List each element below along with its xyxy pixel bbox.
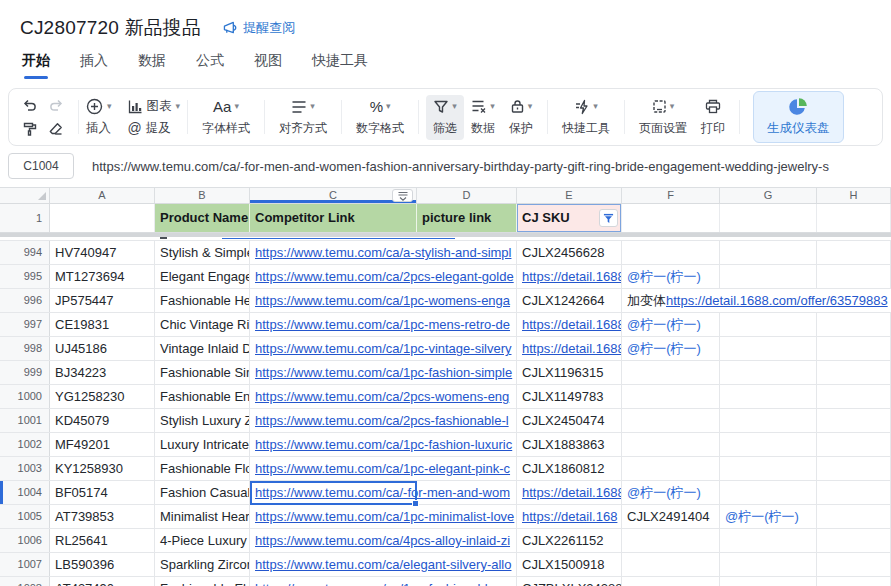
row-number-1003[interactable]: 1003 [0, 457, 50, 480]
cell-empty[interactable] [622, 553, 720, 576]
data-button[interactable]: ▾ 数据 [464, 95, 502, 140]
cell-sku-id[interactable]: KY1258930 [50, 457, 155, 480]
row-number-1004[interactable]: 1004 [0, 481, 50, 504]
cell-cj-sku-header[interactable]: CJ SKU [517, 204, 622, 232]
row-number-997[interactable]: 997 [0, 313, 50, 336]
cell-sku-id[interactable]: BF05174 [50, 481, 155, 504]
cell-competitor-link[interactable]: https://www.temu.com/ca/-for-men-and-wom [250, 481, 517, 504]
cell-competitor-link[interactable]: https://www.temu.com/ca/1pc-minimalist-l… [250, 505, 517, 528]
cell-product-name[interactable]: Fashion Casual [155, 481, 250, 504]
cell-empty[interactable] [720, 337, 817, 360]
insert-object-button[interactable]: ▾ [86, 97, 112, 115]
column-header-D[interactable]: D [417, 188, 517, 203]
cell-cj-sku-link[interactable]: https://detail.1688.com/offer/7960 [522, 269, 622, 284]
cell-product-name[interactable]: Fashionable Sin [155, 361, 250, 384]
row-number-1006[interactable]: 1006 [0, 529, 50, 552]
cell-product-name[interactable]: Fashionable Flo [155, 457, 250, 480]
cell-f1[interactable] [622, 204, 720, 232]
cell-empty[interactable] [720, 361, 817, 384]
cell-empty[interactable] [622, 409, 720, 432]
cell-mention[interactable]: @柠一(柠一) [627, 485, 701, 500]
column-header-F[interactable]: F [622, 188, 720, 203]
cell-sku-id[interactable]: MF49201 [50, 433, 155, 456]
row-number-1007[interactable]: 1007 [0, 553, 50, 576]
menu-tab-插入[interactable]: 插入 [80, 52, 108, 79]
cell-a1[interactable] [50, 204, 155, 232]
cell-product-name[interactable]: Luxury Intricate [155, 433, 250, 456]
column-filter-menu-button[interactable] [392, 189, 413, 202]
cell-empty[interactable] [817, 433, 891, 456]
cell-sku-id[interactable]: UJ45186 [50, 337, 155, 360]
temu-link[interactable]: https://www.temu.com/ca/4pcs-alloy-inlai… [255, 533, 510, 548]
cell-cj-sku[interactable]: CJLX2261152 [517, 529, 622, 552]
cell-cj-sku[interactable]: https://detail.1688.com/offer/6135 [517, 337, 622, 360]
row-number-994[interactable]: 994 [0, 241, 50, 264]
temu-link[interactable]: https://www.temu.com/ca/1pc-fashionable [255, 581, 495, 586]
cell-assignee[interactable]: @柠一(柠一) [720, 505, 817, 528]
cell-h1[interactable] [817, 204, 891, 232]
cell-product-name[interactable]: Minimalist Heart [155, 505, 250, 528]
menu-tab-视图[interactable]: 视图 [254, 52, 282, 79]
temu-link[interactable]: https://www.temu.com/ca/1pc-vintage-silv… [255, 341, 511, 356]
column-header-H[interactable]: H [817, 188, 891, 203]
cell-product-name[interactable]: Fashionable He [155, 289, 250, 312]
temu-link[interactable]: https://www.temu.com/ca/1pc-minimalist-l… [255, 509, 514, 524]
temu-link[interactable]: https://www.temu.com/ca/1pc-fashion-luxu… [255, 437, 512, 452]
cell-empty[interactable] [817, 265, 891, 288]
mention-button[interactable]: @ 提及 [128, 119, 171, 137]
temu-link[interactable]: https://www.temu.com/ca/1pc-womens-enga [255, 293, 510, 308]
number-format-button[interactable]: %▾ 数字格式 [349, 95, 411, 140]
cell-competitor-link[interactable]: https://www.temu.com/ca/1pc-elegant-pink… [250, 457, 517, 480]
cell-product-name[interactable]: Vintage Inlaid D [155, 337, 250, 360]
row-number-998[interactable]: 998 [0, 337, 50, 360]
temu-link[interactable]: https://www.temu.com/ca/1pc-fashion-simp… [255, 365, 512, 380]
cell-sku-id[interactable]: MT1273694 [50, 265, 155, 288]
cell-picture-link-header[interactable]: picture link [417, 204, 517, 232]
cell-empty[interactable] [720, 481, 817, 504]
cell-assignee[interactable]: @柠一(柠一) [622, 265, 720, 288]
cell-competitor-link[interactable]: https://www.temu.com/ca/a-stylish-and-si… [250, 241, 517, 264]
cell-cj-sku-link[interactable]: https://detail.1688.com/offer/9479 [522, 485, 622, 500]
cell-empty[interactable] [622, 241, 720, 264]
cell-name-box[interactable]: C1004 [8, 153, 74, 179]
column-header-A[interactable]: A [50, 188, 155, 203]
cell-cj-sku[interactable]: https://detail.1688.com/offer/9479 [517, 481, 622, 504]
cell-variant-note-link[interactable]: https://detail.1688.com/offer/63579883 [666, 293, 888, 308]
cell-competitor-link-header[interactable]: Competitor Link [250, 204, 417, 232]
cell-sku-id[interactable]: HV740947 [50, 241, 155, 264]
cell-sku-id[interactable]: BJ34223 [50, 361, 155, 384]
cell-cj-sku-link[interactable]: https://detail.1688.com/offer/6135 [522, 341, 622, 356]
cell-empty[interactable] [817, 241, 891, 264]
cell-empty[interactable] [622, 529, 720, 552]
cell-empty[interactable] [817, 361, 891, 384]
row-number-995[interactable]: 995 [0, 265, 50, 288]
cell-empty[interactable] [817, 337, 891, 360]
cell-sku-id[interactable]: KD45079 [50, 409, 155, 432]
temu-link[interactable]: https://www.temu.com/ca/-for-men-and-wom [255, 485, 510, 500]
row-number-1008[interactable]: 1008 [0, 577, 50, 586]
cell-empty[interactable] [720, 553, 817, 576]
row-number-1005[interactable]: 1005 [0, 505, 50, 528]
chart-button[interactable]: 图表 ▾ [128, 97, 181, 115]
alignment-button[interactable]: ▾ 对齐方式 [272, 95, 334, 140]
cell-empty[interactable] [817, 385, 891, 408]
insert-label[interactable]: 插入 [86, 119, 111, 137]
cell-sku-id[interactable]: RL25641 [50, 529, 155, 552]
column-header-G[interactable]: G [720, 188, 817, 203]
row-number-996[interactable]: 996 [0, 289, 50, 312]
cell-product-name[interactable]: Fashionable Ele [155, 577, 250, 586]
cell-cj-sku[interactable]: CJZBLXLX24288 [517, 577, 622, 586]
cell-product-name[interactable]: Sparkling Zircon [155, 553, 250, 576]
menu-tab-开始[interactable]: 开始 [22, 52, 50, 79]
sku-filter-button[interactable] [599, 209, 618, 227]
cell-cj-sku[interactable]: https://detail.168 [517, 505, 622, 528]
cell-product-name-header[interactable]: Product Name [155, 204, 250, 232]
cell-sku-id[interactable]: CE19831 [50, 313, 155, 336]
cell-competitor-link[interactable]: https://www.temu.com/ca/1pc-fashion-simp… [250, 361, 517, 384]
cell-competitor-link[interactable]: https://www.temu.com/ca/1pc-vintage-silv… [250, 337, 517, 360]
cell-mention[interactable]: @柠一(柠一) [627, 269, 701, 284]
row-number-1001[interactable]: 1001 [0, 409, 50, 432]
cell-sku-id[interactable]: AT437490 [50, 577, 155, 586]
cell-competitor-link[interactable]: https://www.temu.com/ca/2pcs-fashionable… [250, 409, 517, 432]
format-painter-icon[interactable] [22, 121, 38, 137]
